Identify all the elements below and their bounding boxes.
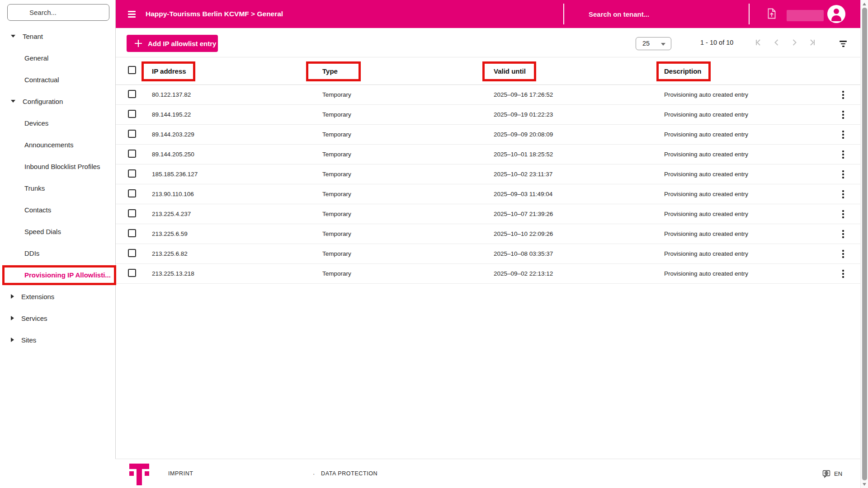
kebab-menu-icon[interactable] bbox=[840, 170, 846, 178]
kebab-menu-icon[interactable] bbox=[840, 131, 846, 139]
imprint-link[interactable]: IMPRINT bbox=[168, 459, 193, 488]
language-switcher[interactable]: EN bbox=[822, 459, 842, 488]
filter-icon[interactable] bbox=[840, 41, 847, 48]
sidebar-item-label: Inbound Blocklist Profiles bbox=[24, 163, 100, 170]
cell-valid-until: 2025–09–09 20:08:09 bbox=[494, 125, 553, 145]
sidebar-item-sites[interactable]: Sites bbox=[0, 329, 115, 351]
column-header-ip-address[interactable]: IP address bbox=[152, 57, 186, 85]
kebab-menu-icon[interactable] bbox=[840, 270, 846, 278]
table-row: 185.185.236.127 Temporary 2025–10–02 23:… bbox=[116, 164, 860, 184]
cell-type: Temporary bbox=[322, 105, 351, 125]
cell-ip-address: 213.225.13.218 bbox=[152, 264, 194, 284]
row-checkbox[interactable] bbox=[128, 130, 136, 138]
cell-type: Temporary bbox=[322, 164, 351, 184]
row-checkbox[interactable] bbox=[128, 249, 136, 257]
cell-description: Provisioning auto created entry bbox=[664, 264, 748, 284]
table-row: 213.225.6.59 Temporary 2025–10–10 22:09:… bbox=[116, 224, 860, 244]
row-checkbox[interactable] bbox=[128, 110, 136, 118]
last-page-icon[interactable] bbox=[807, 38, 816, 47]
sidebar-item-label: Trunks bbox=[24, 184, 45, 192]
topbar-divider bbox=[749, 4, 750, 24]
collapse-triangle-icon bbox=[11, 338, 14, 342]
cell-valid-until: 2025–09–19 01:22:23 bbox=[494, 105, 553, 125]
sidebar-item-contacts[interactable]: Contacts bbox=[0, 199, 115, 221]
row-checkbox[interactable] bbox=[128, 169, 136, 178]
scrollbar-down-arrow-icon[interactable] bbox=[863, 483, 866, 486]
sidebar-item-provisioning-ip-allowlisting[interactable]: Provisioning IP Allowlisti... bbox=[0, 264, 115, 286]
row-checkbox[interactable] bbox=[128, 90, 136, 98]
kebab-menu-icon[interactable] bbox=[840, 210, 846, 218]
sidebar-item-general[interactable]: General bbox=[0, 47, 115, 69]
kebab-menu-icon[interactable] bbox=[840, 250, 846, 258]
sidebar-search-input[interactable] bbox=[7, 4, 109, 21]
cell-valid-until: 2025–10–10 22:09:26 bbox=[494, 224, 553, 244]
row-checkbox[interactable] bbox=[128, 209, 136, 217]
cell-ip-address: 213.90.110.106 bbox=[152, 184, 194, 204]
scrollbar-up-arrow-icon[interactable] bbox=[863, 3, 866, 5]
select-all-checkbox[interactable] bbox=[128, 66, 136, 74]
sidebar-item-label: Extensions bbox=[21, 293, 54, 300]
row-checkbox[interactable] bbox=[128, 269, 136, 277]
column-header-type[interactable]: Type bbox=[322, 57, 338, 85]
topbar-divider bbox=[563, 4, 564, 24]
avatar[interactable] bbox=[827, 5, 845, 23]
cell-type: Temporary bbox=[322, 264, 351, 284]
sidebar-item-tenant[interactable]: Tenant bbox=[0, 25, 115, 47]
sidebar-item-label: Services bbox=[21, 314, 47, 322]
user-chip[interactable] bbox=[787, 10, 824, 21]
topbar: Happy-Tourisms Berlin KCVMF > General bbox=[116, 0, 860, 28]
sidebar-item-configuration[interactable]: Configuration bbox=[0, 90, 115, 112]
footer: IMPRINT · DATA PROTECTION EN bbox=[115, 459, 860, 488]
cell-description: Provisioning auto created entry bbox=[664, 224, 748, 244]
table-row: 213.90.110.106 Temporary 2025–09–03 11:4… bbox=[116, 184, 860, 204]
sidebar-item-devices[interactable]: Devices bbox=[0, 112, 115, 134]
kebab-menu-icon[interactable] bbox=[840, 190, 846, 198]
sidebar-item-label: Sites bbox=[21, 336, 36, 344]
page-size-select[interactable]: 25 bbox=[636, 37, 671, 50]
tenant-search-input[interactable] bbox=[572, 6, 744, 22]
scrollbar-thumb[interactable] bbox=[862, 8, 867, 480]
row-checkbox[interactable] bbox=[128, 150, 136, 158]
data-protection-link[interactable]: DATA PROTECTION bbox=[321, 459, 377, 488]
cell-description: Provisioning auto created entry bbox=[664, 145, 748, 164]
sidebar-item-services[interactable]: Services bbox=[0, 307, 115, 329]
sidebar-item-speed-dials[interactable]: Speed Dials bbox=[0, 221, 115, 242]
sidebar-item-extensions[interactable]: Extensions bbox=[0, 286, 115, 307]
previous-page-icon[interactable] bbox=[772, 38, 781, 47]
kebab-menu-icon[interactable] bbox=[840, 91, 846, 99]
upload-file-icon[interactable] bbox=[766, 8, 777, 19]
table-row: 213.225.6.82 Temporary 2025–10–08 03:35:… bbox=[116, 244, 860, 264]
table-row: 89.144.203.229 Temporary 2025–09–09 20:0… bbox=[116, 125, 860, 145]
sidebar-item-inbound-blocklist-profiles[interactable]: Inbound Blocklist Profiles bbox=[0, 155, 115, 177]
table-body: 80.122.137.82 Temporary 2025–09–16 17:26… bbox=[116, 85, 860, 284]
sidebar-item-trunks[interactable]: Trunks bbox=[0, 177, 115, 199]
column-header-description[interactable]: Description bbox=[664, 57, 702, 85]
plus-icon bbox=[134, 39, 142, 47]
vertical-scrollbar[interactable] bbox=[860, 0, 868, 488]
cell-description: Provisioning auto created entry bbox=[664, 105, 748, 125]
cell-valid-until: 2025–09–03 11:49:04 bbox=[494, 184, 552, 204]
column-header-valid-until[interactable]: Valid until bbox=[494, 57, 526, 85]
first-page-icon[interactable] bbox=[754, 38, 763, 47]
sidebar-item-label: General bbox=[24, 54, 48, 62]
breadcrumb[interactable]: Happy-Tourisms Berlin KCVMF > General bbox=[146, 0, 283, 28]
sidebar-item-label: Provisioning IP Allowlisti... bbox=[24, 271, 111, 279]
cell-description: Provisioning auto created entry bbox=[664, 85, 748, 105]
table-row: 213.225.13.218 Temporary 2025–09–02 22:1… bbox=[116, 264, 860, 284]
cell-description: Provisioning auto created entry bbox=[664, 164, 748, 184]
hamburger-menu-icon[interactable] bbox=[128, 11, 136, 19]
row-checkbox[interactable] bbox=[128, 189, 136, 197]
cell-valid-until: 2025–10–02 23:11:37 bbox=[494, 164, 552, 184]
cell-type: Temporary bbox=[322, 244, 351, 264]
kebab-menu-icon[interactable] bbox=[840, 230, 846, 238]
sidebar-item-contractual[interactable]: Contractual bbox=[0, 69, 115, 90]
kebab-menu-icon[interactable] bbox=[840, 150, 846, 159]
sidebar-item-announcements[interactable]: Announcements bbox=[0, 134, 115, 155]
add-ip-allowlist-entry-button[interactable]: Add IP allowlist entry bbox=[127, 35, 218, 52]
page: Tenant General Contractual Configuration… bbox=[0, 0, 868, 488]
next-page-icon[interactable] bbox=[790, 38, 799, 47]
row-checkbox[interactable] bbox=[128, 229, 136, 237]
sidebar-item-label: DDIs bbox=[24, 249, 39, 257]
sidebar-item-ddis[interactable]: DDIs bbox=[0, 242, 115, 264]
kebab-menu-icon[interactable] bbox=[840, 111, 846, 119]
